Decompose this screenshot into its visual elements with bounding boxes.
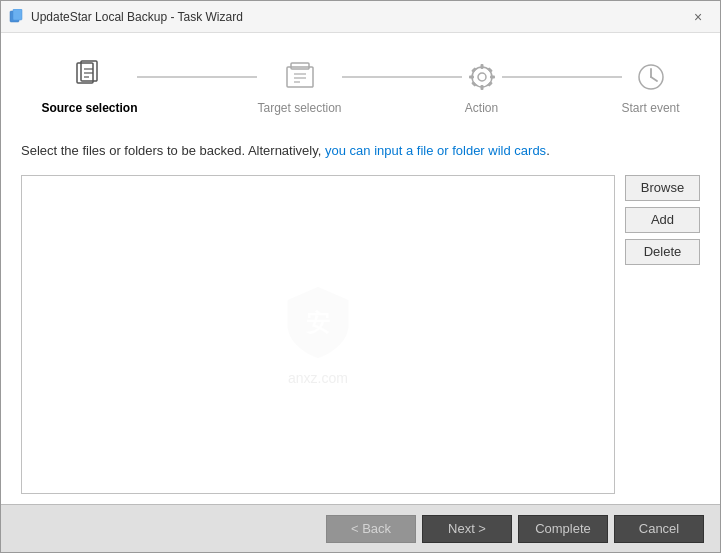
main-window: UpdateStar Local Backup - Task Wizard × …: [0, 0, 721, 553]
back-button[interactable]: < Back: [326, 515, 416, 543]
description-link1[interactable]: you can input a file or folder: [325, 143, 485, 158]
step-start-label: Start event: [622, 101, 680, 115]
watermark-text: anxz.com: [278, 370, 358, 386]
next-button[interactable]: Next >: [422, 515, 512, 543]
footer: < Back Next > Complete Cancel: [1, 504, 720, 552]
description-suffix: .: [546, 143, 550, 158]
step-target-icon: [280, 57, 320, 97]
step-action-label: Action: [465, 101, 498, 115]
title-bar-text: UpdateStar Local Backup - Task Wizard: [31, 10, 684, 24]
step-source-label: Source selection: [41, 101, 137, 115]
delete-button[interactable]: Delete: [625, 239, 700, 265]
svg-text:安: 安: [304, 309, 330, 336]
step-target-label: Target selection: [257, 101, 341, 115]
watermark: 安 anxz.com: [278, 283, 358, 386]
svg-rect-16: [469, 76, 474, 79]
description-prefix: Select the files or folders to be backed…: [21, 143, 325, 158]
browse-button[interactable]: Browse: [625, 175, 700, 201]
cancel-button[interactable]: Cancel: [614, 515, 704, 543]
app-icon: [9, 9, 25, 25]
add-button[interactable]: Add: [625, 207, 700, 233]
step-source: Source selection: [41, 57, 137, 115]
file-list[interactable]: 安 anxz.com: [21, 175, 615, 495]
svg-rect-18: [471, 67, 477, 73]
description-text: Select the files or folders to be backed…: [21, 141, 700, 161]
title-bar: UpdateStar Local Backup - Task Wizard ×: [1, 1, 720, 33]
connector-1: [137, 76, 257, 78]
description-link2[interactable]: wild cards: [485, 143, 546, 158]
svg-rect-7: [287, 67, 313, 87]
step-action-icon: [462, 57, 502, 97]
svg-rect-3: [81, 61, 97, 81]
svg-rect-21: [487, 67, 493, 73]
content-area: Source selection Target selection: [1, 33, 720, 504]
svg-line-24: [651, 77, 657, 81]
step-start: Start event: [622, 57, 680, 115]
svg-rect-19: [487, 81, 493, 87]
connector-3: [502, 76, 622, 78]
close-button[interactable]: ×: [684, 3, 712, 31]
svg-rect-17: [490, 76, 495, 79]
step-target: Target selection: [257, 57, 341, 115]
action-buttons: Browse Add Delete: [625, 175, 700, 495]
svg-rect-14: [480, 64, 483, 69]
svg-rect-15: [480, 85, 483, 90]
svg-point-13: [478, 73, 486, 81]
svg-rect-1: [13, 9, 22, 20]
svg-rect-20: [471, 81, 477, 87]
step-source-icon: [69, 57, 109, 97]
file-list-area: 安 anxz.com Browse Add Delete: [21, 175, 700, 495]
step-start-icon: [631, 57, 671, 97]
connector-2: [342, 76, 462, 78]
step-action: Action: [462, 57, 502, 115]
svg-rect-8: [291, 63, 309, 69]
steps-indicator: Source selection Target selection: [21, 49, 700, 123]
complete-button[interactable]: Complete: [518, 515, 608, 543]
